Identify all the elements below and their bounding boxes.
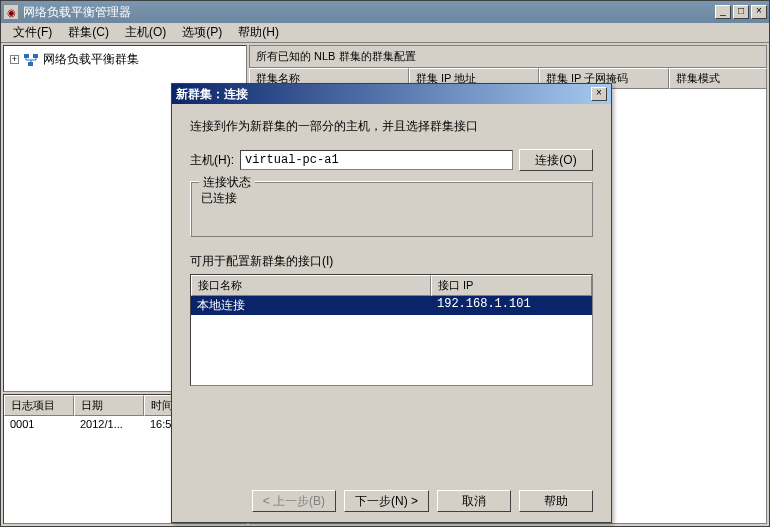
app-icon: ◉ <box>3 4 19 20</box>
log-cell-date: 2012/1... <box>74 416 144 432</box>
next-button[interactable]: 下一步(N) > <box>344 490 429 512</box>
dialog-close-button[interactable]: × <box>591 87 607 101</box>
menu-cluster[interactable]: 群集(C) <box>60 22 117 43</box>
dialog-footer: < 上一步(B) 下一步(N) > 取消 帮助 <box>190 482 593 512</box>
interface-list[interactable]: 接口名称 接口 IP 本地连接 192.168.1.101 <box>190 274 593 386</box>
menu-help[interactable]: 帮助(H) <box>230 22 287 43</box>
tree-root-label: 网络负载平衡群集 <box>43 51 139 68</box>
host-row: 主机(H): 连接(O) <box>190 149 593 171</box>
new-cluster-dialog: 新群集：连接 × 连接到作为新群集的一部分的主机，并且选择群集接口 主机(H):… <box>171 83 612 523</box>
log-col-date[interactable]: 日期 <box>74 395 144 416</box>
help-button[interactable]: 帮助 <box>519 490 593 512</box>
cancel-button[interactable]: 取消 <box>437 490 511 512</box>
connect-button[interactable]: 连接(O) <box>519 149 593 171</box>
interface-header: 接口名称 接口 IP <box>191 275 592 296</box>
window-controls: _ □ × <box>715 5 767 19</box>
iface-cell-ip: 192.168.1.101 <box>431 296 592 315</box>
log-cell-entry: 0001 <box>4 416 74 432</box>
iface-col-name[interactable]: 接口名称 <box>191 275 431 296</box>
dialog-instruction: 连接到作为新群集的一部分的主机，并且选择群集接口 <box>190 118 593 135</box>
maximize-button[interactable]: □ <box>733 5 749 19</box>
menu-file[interactable]: 文件(F) <box>5 22 60 43</box>
connection-status-group: 连接状态 已连接 <box>190 181 593 237</box>
svg-rect-1 <box>33 54 38 58</box>
svg-rect-0 <box>24 54 29 58</box>
iface-cell-name: 本地连接 <box>191 296 431 315</box>
menu-options[interactable]: 选项(P) <box>174 22 230 43</box>
interface-row-selected[interactable]: 本地连接 192.168.1.101 <box>191 296 592 315</box>
back-button: < 上一步(B) <box>252 490 336 512</box>
main-titlebar[interactable]: ◉ 网络负载平衡管理器 _ □ × <box>1 1 769 23</box>
right-pane-header: 所有已知的 NLB 群集的群集配置 <box>249 45 767 68</box>
col-cluster-mode[interactable]: 群集模式 <box>669 68 767 89</box>
host-input[interactable] <box>240 150 513 170</box>
app-title: 网络负载平衡管理器 <box>23 4 715 21</box>
connection-status-label: 连接状态 <box>199 174 255 191</box>
tree-root-node[interactable]: + 网络负载平衡群集 <box>8 50 242 69</box>
log-col-entry[interactable]: 日志项目 <box>4 395 74 416</box>
host-label: 主机(H): <box>190 152 234 169</box>
close-button[interactable]: × <box>751 5 767 19</box>
cluster-icon <box>23 53 39 67</box>
dialog-titlebar[interactable]: 新群集：连接 × <box>172 84 611 104</box>
tree-expand-icon[interactable]: + <box>10 55 19 64</box>
minimize-button[interactable]: _ <box>715 5 731 19</box>
interface-list-label: 可用于配置新群集的接口(I) <box>190 253 593 270</box>
svg-rect-2 <box>28 62 33 66</box>
iface-col-ip[interactable]: 接口 IP <box>431 275 592 296</box>
menubar: 文件(F) 群集(C) 主机(O) 选项(P) 帮助(H) <box>1 23 769 43</box>
dialog-body: 连接到作为新群集的一部分的主机，并且选择群集接口 主机(H): 连接(O) 连接… <box>172 104 611 522</box>
menu-host[interactable]: 主机(O) <box>117 22 174 43</box>
connection-status-text: 已连接 <box>201 190 582 207</box>
dialog-title: 新群集：连接 <box>176 86 591 103</box>
